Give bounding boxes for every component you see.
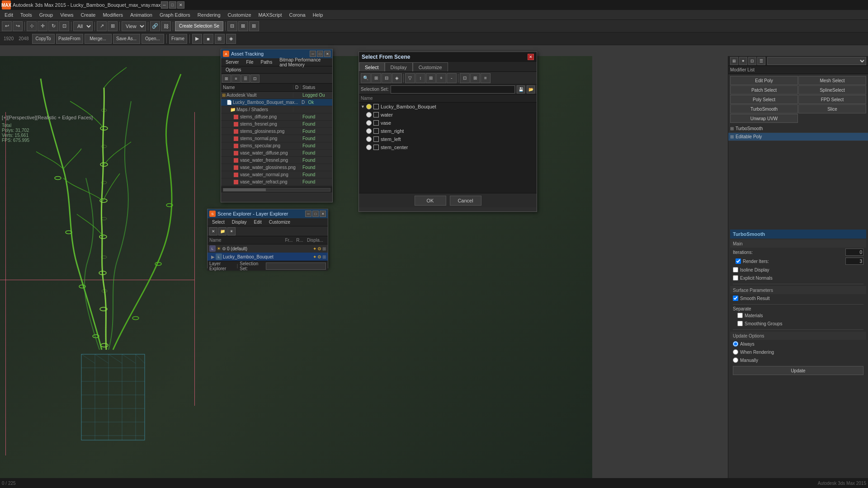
menu-maxscript[interactable]: MAXScript (255, 10, 286, 19)
render-tools3[interactable]: ⊞ (215, 34, 225, 44)
turbosmooth-title[interactable]: TurboSmooth (730, 230, 866, 239)
asset-row-png-6[interactable]: vase_water_fresnel.png Found (221, 157, 332, 164)
menu-customize[interactable]: Customize (224, 10, 255, 19)
scene-menu-customize[interactable]: Customize (265, 219, 294, 225)
modifier-stack-item-editable-poly[interactable]: ⊞ Editable Poly (728, 133, 868, 141)
open-button[interactable]: Open... (142, 34, 164, 44)
merge-button[interactable]: Merge... (85, 34, 112, 44)
explicit-normals-checkbox[interactable] (733, 275, 738, 281)
asset-menu-paths[interactable]: Paths (257, 59, 276, 65)
scene-tool-2[interactable]: 📁 (218, 227, 226, 235)
isoline-checkbox[interactable] (733, 267, 738, 272)
asset-btn-1[interactable]: ⊞ (222, 75, 231, 83)
snap-toggle[interactable]: ⊞ (108, 21, 118, 31)
asset-row-png-0[interactable]: stems_diffuse.png Found (221, 113, 332, 121)
menu-corona[interactable]: Corona (286, 10, 309, 19)
scene-menu-edit[interactable]: Edit (250, 219, 265, 225)
select-filter[interactable]: ↗ (97, 21, 107, 31)
fpd-select-button[interactable]: FPD Select (798, 95, 866, 104)
asset-row-png-3[interactable]: stems_normal.png Found (221, 135, 332, 142)
render-iters-input[interactable] (845, 258, 863, 265)
tree-row-water[interactable]: water (359, 111, 537, 119)
frame-button[interactable]: Frame (169, 34, 187, 44)
selection-set-input[interactable] (266, 263, 326, 270)
object-dropdown[interactable]: stem_right (767, 57, 866, 65)
asset-scrollbar-h[interactable] (223, 188, 330, 192)
asset-row-png-2[interactable]: stems_glossiness.png Found (221, 128, 332, 135)
select-button[interactable]: ⊹ (27, 21, 37, 31)
panel-icon-4[interactable]: ☰ (757, 57, 765, 65)
asset-btn-2[interactable]: ≡ (231, 75, 241, 83)
asset-maximize[interactable]: □ (317, 51, 323, 57)
render-tools4[interactable]: ◈ (226, 34, 236, 44)
poly-select-button[interactable]: Poly Select (730, 95, 798, 104)
select-all-btn[interactable]: ⊞ (371, 73, 381, 83)
asset-btn-3[interactable]: ☰ (241, 75, 250, 83)
tree-row-vase[interactable]: vase (359, 119, 537, 127)
menu-edit[interactable]: Edit (1, 10, 17, 19)
menu-modifiers[interactable]: Modifiers (99, 10, 127, 19)
asset-menu-bitmap[interactable]: Bitmap Performance and Memory (276, 57, 331, 68)
select-set-save[interactable]: 💾 (517, 85, 525, 94)
smoothing-groups-checkbox[interactable] (737, 321, 743, 326)
asset-row-folder[interactable]: 📁 Maps / Shaders (221, 106, 332, 113)
scene-close[interactable]: ✕ (320, 211, 326, 217)
menu-graph-editors[interactable]: Graph Editors (156, 10, 194, 19)
undo-button[interactable]: ↩ (2, 21, 12, 31)
menu-animation[interactable]: Animation (127, 10, 156, 19)
render-iters-checkbox[interactable] (736, 258, 741, 264)
unlink-button[interactable]: ⛓ (161, 21, 171, 31)
materials-checkbox[interactable] (737, 313, 743, 318)
asset-close[interactable]: ✕ (324, 51, 330, 57)
edit-poly-button[interactable]: Edit Poly (730, 76, 798, 85)
select-tab-display[interactable]: Display (385, 62, 413, 71)
always-radio[interactable] (733, 341, 738, 347)
close-button[interactable]: ✕ (177, 1, 184, 9)
maximize-button[interactable]: □ (169, 1, 176, 9)
find-btn[interactable]: 🔍 (361, 73, 371, 83)
asset-row-png-4[interactable]: stems_specular.png Found (221, 142, 332, 150)
panel-icon-2[interactable]: ✦ (739, 57, 747, 65)
modifier-stack-item-turbosmooth[interactable]: ⊞ TurboSmooth (728, 125, 868, 133)
asset-row-file[interactable]: 📄 Lucky_Bamboo_Bouquet_max... D Ok (221, 99, 332, 106)
tree-row-stem-left[interactable]: stem_left (359, 135, 537, 143)
unwrap-uvw-button[interactable]: Unwrap UVW (730, 114, 798, 123)
view-dropdown[interactable]: View (122, 21, 146, 31)
panel-icons[interactable]: ⊞ ✦ ⊡ ☰ (730, 57, 765, 65)
menu-tools[interactable]: Tools (17, 10, 36, 19)
copy-to-button[interactable]: CopyTo (32, 34, 55, 44)
spline-select-button[interactable]: SplineSelect (798, 85, 866, 94)
paste-from-button[interactable]: PasteFrom (56, 34, 83, 44)
select-set-load[interactable]: 📂 (527, 85, 535, 94)
asset-row-vault[interactable]: ⊞ Autodesk Vault Logged Ou (221, 92, 332, 99)
invert-btn[interactable]: ◈ (392, 73, 402, 83)
scene-row-default[interactable]: L ☀ ⚙ 0 (default) ✦ ⚙ ⊞ (208, 244, 328, 253)
tree-row-stem-center[interactable]: stem_center (359, 143, 537, 151)
menu-views[interactable]: Views (57, 10, 77, 19)
scene-menu-display[interactable]: Display (228, 219, 250, 225)
select-tab-customize[interactable]: Customize (413, 62, 448, 71)
ok-button[interactable]: OK (415, 196, 446, 206)
scene-minimize[interactable]: ─ (305, 211, 311, 217)
cancel-button[interactable]: Cancel (450, 196, 481, 206)
asset-menu-server[interactable]: Server (222, 59, 242, 65)
scene-row-bouquet[interactable]: ▶ L Lucky_Bamboo_Bouquet ✦ ⚙ ⊞ (208, 253, 328, 261)
scene-explorer-controls[interactable]: ─ □ ✕ (305, 211, 326, 217)
asset-tracking-controls[interactable]: ─ □ ✕ (310, 51, 330, 57)
select-set-input[interactable] (391, 85, 515, 94)
scene-tool-3[interactable]: ☀ (227, 227, 236, 235)
display-btn[interactable]: ⊡ (460, 73, 470, 83)
iterations-input[interactable]: 0 (845, 249, 863, 256)
update-button[interactable]: Update (733, 366, 863, 375)
asset-menu-file[interactable]: File (242, 59, 257, 65)
tree-row-stem-right[interactable]: stem_right (359, 127, 537, 135)
asset-row-png-1[interactable]: stems_fresnel.png Found (221, 121, 332, 128)
array-button[interactable]: ⊞ (249, 21, 259, 31)
create-selection-button[interactable]: Create Selection Se (175, 21, 223, 31)
select-scene-close[interactable]: ✕ (528, 54, 534, 60)
list-btn[interactable]: ≡ (481, 73, 491, 83)
scale-button[interactable]: ⊡ (59, 21, 69, 31)
asset-minimize[interactable]: ─ (310, 51, 316, 57)
turbosmooth-button[interactable]: TurboSmooth (730, 104, 798, 113)
redo-button[interactable]: ↪ (13, 21, 23, 31)
